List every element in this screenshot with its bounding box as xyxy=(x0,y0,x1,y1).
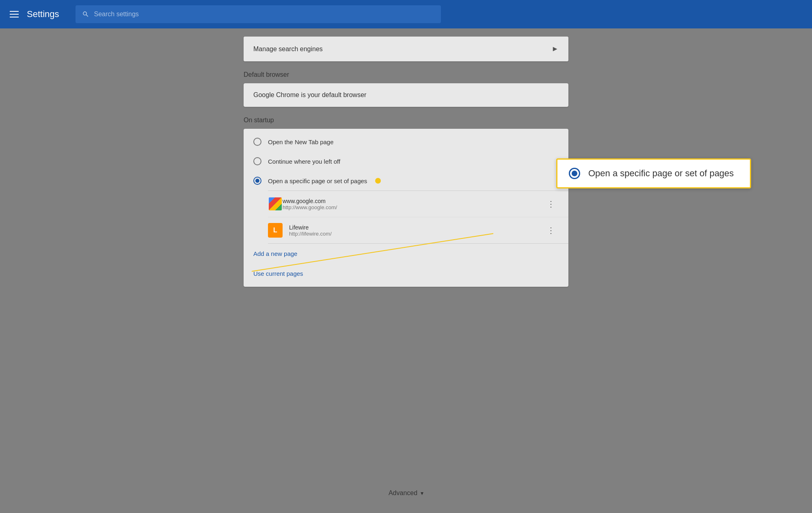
advanced-section[interactable]: Advanced ▾ xyxy=(389,489,423,497)
callout-text: Open a specific page or set of pages xyxy=(588,168,734,179)
chevron-right-icon: ► xyxy=(551,45,559,53)
callout-radio-icon xyxy=(569,168,580,179)
search-icon xyxy=(82,11,89,18)
on-startup-section-label: On startup xyxy=(244,117,568,124)
google-favicon-bg xyxy=(269,197,282,210)
pages-list: www.google.com http://www.google.com/ ⋮ … xyxy=(268,190,568,244)
google-page-info: www.google.com http://www.google.com/ xyxy=(283,198,544,210)
radio-continue[interactable]: Continue where you left off xyxy=(244,152,568,171)
radio-btn-continue xyxy=(253,157,261,165)
lifewire-page-menu[interactable]: ⋮ xyxy=(544,224,559,237)
google-favicon xyxy=(268,197,283,211)
search-engines-label: Manage search engines xyxy=(253,45,323,53)
radio-new-tab[interactable]: Open the New Tab page xyxy=(244,132,568,152)
lifewire-favicon-letter: L xyxy=(273,227,277,234)
chevron-down-icon: ▾ xyxy=(421,490,423,496)
lifewire-page-url: http://lifewire.com/ xyxy=(289,231,544,237)
google-page-name: www.google.com xyxy=(283,198,544,204)
lifewire-page-info: Lifewire http://lifewire.com/ xyxy=(289,224,544,237)
search-input[interactable] xyxy=(94,11,434,18)
page-item-lifewire: L Lifewire http://lifewire.com/ ⋮ xyxy=(268,217,568,243)
google-page-menu[interactable]: ⋮ xyxy=(544,197,559,210)
search-engines-card: Manage search engines ► xyxy=(244,37,568,61)
use-current-pages-link[interactable]: Use current pages xyxy=(244,264,568,284)
header: Settings xyxy=(0,0,812,28)
lifewire-page-name: Lifewire xyxy=(289,224,544,231)
search-container xyxy=(76,5,441,23)
advanced-label: Advanced xyxy=(389,489,417,497)
default-browser-card: Google Chrome is your default browser xyxy=(244,83,568,107)
radio-btn-specific xyxy=(253,177,261,185)
radio-label-continue: Continue where you left off xyxy=(268,158,340,165)
add-new-page-link[interactable]: Add a new page xyxy=(244,244,568,264)
page-item-google: www.google.com http://www.google.com/ ⋮ xyxy=(268,191,568,217)
callout-box: Open a specific page or set of pages xyxy=(556,158,751,188)
radio-specific[interactable]: Open a specific page or set of pages xyxy=(244,171,568,190)
radio-label-new-tab: Open the New Tab page xyxy=(268,139,334,145)
page-title: Settings xyxy=(27,9,59,19)
menu-button[interactable] xyxy=(10,11,19,17)
main-content: Manage search engines ► Default browser … xyxy=(0,28,812,287)
radio-label-specific: Open a specific page or set of pages xyxy=(268,177,367,184)
search-engines-row[interactable]: Manage search engines ► xyxy=(244,37,568,61)
default-browser-section-label: Default browser xyxy=(244,71,568,78)
radio-btn-new-tab xyxy=(253,138,261,146)
google-page-url: http://www.google.com/ xyxy=(283,204,544,210)
default-browser-value: Google Chrome is your default browser xyxy=(253,91,366,98)
startup-section: Open the New Tab page Continue where you… xyxy=(244,129,568,287)
callout-dot-indicator xyxy=(375,178,381,184)
lifewire-favicon: L xyxy=(268,223,283,238)
